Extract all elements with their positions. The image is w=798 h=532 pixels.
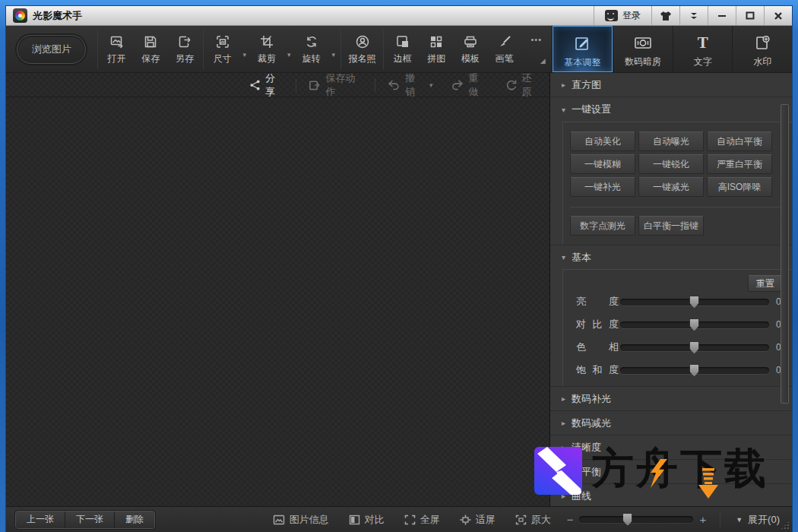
section-digital-fill-light[interactable]: ▸ 数码补光 bbox=[550, 386, 792, 410]
zoom-in-button[interactable]: + bbox=[693, 513, 712, 526]
reset-button[interactable]: 重置 bbox=[748, 275, 783, 292]
contrast-slider[interactable] bbox=[620, 321, 769, 328]
section-onekey-settings[interactable]: ▾ 一键设置 bbox=[550, 97, 792, 122]
fullscreen-button[interactable]: 全屏 bbox=[394, 513, 450, 527]
crop-dropdown[interactable]: ▾ bbox=[283, 26, 294, 72]
section-histogram[interactable]: ▸ 直方图 bbox=[549, 73, 792, 97]
slider-thumb[interactable] bbox=[689, 364, 699, 377]
tab-watermark[interactable]: 水印 bbox=[732, 26, 792, 72]
section-curves[interactable]: ▸ 曲线 bbox=[550, 483, 792, 506]
frame-button[interactable]: 边框 bbox=[385, 26, 420, 72]
image-info-icon bbox=[273, 515, 285, 525]
minimize-button[interactable] bbox=[708, 6, 736, 25]
status-bar: 上一张 下一张 删除 图片信息 对比 全屏 适屏 原大 bbox=[6, 506, 792, 532]
save-button[interactable]: 保存 bbox=[134, 26, 168, 72]
onekey-reduce-light-button[interactable]: 一键减光 bbox=[638, 177, 704, 197]
resize-button[interactable]: 尺寸 bbox=[205, 26, 239, 72]
restore-icon bbox=[505, 79, 518, 91]
hue-slider[interactable] bbox=[620, 344, 769, 351]
digital-spot-metering-button[interactable]: 数字点测光 bbox=[570, 216, 635, 236]
login-label: 登录 bbox=[622, 9, 641, 22]
collapse-right-icon: ▸ bbox=[562, 419, 565, 427]
zoom-out-button[interactable]: − bbox=[561, 513, 580, 526]
mode-tabs: 基本调整 数码暗房 T 文字 水印 bbox=[552, 26, 792, 72]
next-image-button[interactable]: 下一张 bbox=[65, 511, 114, 528]
tab-basic-adjust[interactable]: 基本调整 bbox=[553, 26, 613, 72]
zoom-slider[interactable] bbox=[579, 516, 693, 523]
section-digital-reduce-light[interactable]: ▸ 数码减光 bbox=[550, 410, 792, 435]
collapse-down-icon: ▾ bbox=[562, 253, 565, 261]
section-white-balance[interactable]: ▸ 白平衡 bbox=[550, 459, 792, 483]
undo-button[interactable]: 撤销 ▾ bbox=[378, 73, 442, 97]
slider-row-saturation: 饱和度 0 bbox=[563, 359, 792, 382]
high-iso-denoise-button[interactable]: 高ISO降噪 bbox=[707, 177, 772, 197]
frame-icon bbox=[394, 33, 411, 50]
resize-dropdown[interactable]: ▾ bbox=[239, 26, 250, 72]
strong-white-balance-button[interactable]: 严重白平衡 bbox=[707, 154, 772, 174]
tab-text[interactable]: T 文字 bbox=[673, 26, 733, 72]
double-chevron-down-icon bbox=[689, 11, 698, 21]
image-info-button[interactable]: 图片信息 bbox=[263, 513, 339, 527]
save-action-button[interactable]: 保存动作 bbox=[299, 73, 372, 97]
save-as-button[interactable]: 另存 bbox=[168, 26, 202, 72]
undo-dropdown-icon[interactable]: ▾ bbox=[429, 81, 433, 89]
collage-button[interactable]: 拼图 bbox=[420, 26, 454, 72]
onekey-fill-light-button[interactable]: 一键补光 bbox=[570, 177, 635, 197]
brush-icon bbox=[496, 33, 513, 50]
tab-darkroom[interactable]: 数码暗房 bbox=[613, 26, 673, 72]
previous-image-button[interactable]: 上一张 bbox=[16, 511, 65, 528]
menu-chevron-button[interactable] bbox=[679, 6, 708, 25]
more-dots-icon: ••• bbox=[530, 35, 542, 44]
browse-images-button[interactable]: 浏览图片 bbox=[17, 35, 86, 64]
slider-row-hue: 色相 0 bbox=[563, 336, 792, 359]
auto-white-balance-button[interactable]: 自动白平衡 bbox=[707, 131, 772, 151]
maximize-button[interactable] bbox=[736, 6, 764, 25]
collapse-down-icon: ▾ bbox=[562, 106, 565, 114]
collapse-right-icon: ▸ bbox=[562, 443, 565, 451]
open-button[interactable]: 打开 bbox=[100, 26, 134, 72]
fit-screen-button[interactable]: 适屏 bbox=[450, 513, 505, 527]
skin-button[interactable] bbox=[651, 6, 679, 25]
white-balance-onetouch-button[interactable]: 白平衡一指键 bbox=[638, 216, 704, 236]
edit-square-icon bbox=[573, 34, 591, 52]
login-button[interactable]: 登录 bbox=[594, 6, 651, 25]
slider-row-brightness: 亮度 0 bbox=[563, 290, 792, 313]
compare-button[interactable]: 对比 bbox=[339, 513, 394, 527]
close-button[interactable] bbox=[764, 6, 792, 25]
brightness-slider[interactable] bbox=[620, 299, 769, 306]
id-photo-button[interactable]: 报名照 bbox=[343, 26, 382, 72]
toolbar-separator bbox=[383, 29, 384, 69]
slider-thumb[interactable] bbox=[689, 318, 699, 331]
redo-button[interactable]: 重做 bbox=[442, 73, 496, 97]
saturation-slider[interactable] bbox=[620, 367, 769, 374]
zoom-slider-thumb[interactable] bbox=[622, 513, 632, 526]
auto-beautify-button[interactable]: 自动美化 bbox=[570, 131, 635, 151]
collapse-right-icon: ▸ bbox=[562, 492, 565, 500]
fit-screen-icon bbox=[460, 515, 471, 525]
more-tools-button[interactable]: ••• ◢ bbox=[521, 26, 552, 72]
original-size-button[interactable]: 原大 bbox=[505, 513, 561, 527]
rotate-dropdown[interactable]: ▾ bbox=[328, 26, 339, 72]
slider-thumb[interactable] bbox=[689, 296, 699, 309]
status-separator bbox=[720, 512, 720, 527]
delete-image-button[interactable]: 删除 bbox=[114, 511, 154, 528]
shirt-icon bbox=[660, 11, 672, 21]
rotate-button[interactable]: 旋转 bbox=[294, 26, 328, 72]
expand-button[interactable]: ▼ 展开(0) bbox=[728, 513, 792, 527]
panel-scrollbar[interactable] bbox=[781, 104, 789, 404]
crop-button[interactable]: 裁剪 bbox=[250, 26, 284, 72]
app-logo-icon bbox=[13, 8, 27, 23]
section-basic[interactable]: ▾ 基本 bbox=[550, 245, 792, 269]
slider-thumb[interactable] bbox=[689, 341, 699, 354]
auto-exposure-button[interactable]: 自动曝光 bbox=[638, 131, 704, 151]
restore-button[interactable]: 还原 bbox=[496, 73, 549, 97]
image-canvas[interactable] bbox=[6, 97, 549, 506]
template-button[interactable]: 模板 bbox=[454, 26, 488, 72]
onekey-sharpen-button[interactable]: 一键锐化 bbox=[638, 154, 704, 174]
share-button[interactable]: 分享 bbox=[240, 73, 293, 97]
brush-button[interactable]: 画笔 bbox=[487, 26, 521, 72]
section-clarity[interactable]: ▸ 清晰度 bbox=[550, 435, 792, 459]
compare-icon bbox=[349, 515, 360, 525]
onekey-blur-button[interactable]: 一键模糊 bbox=[570, 154, 635, 174]
maximize-icon bbox=[746, 11, 755, 20]
